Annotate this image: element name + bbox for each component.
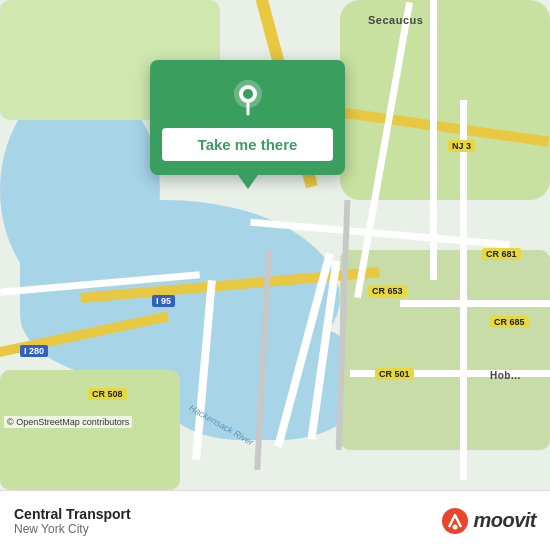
svg-point-3 [442, 508, 468, 534]
moovit-logo: moovit [441, 507, 536, 535]
popup-card: Take me there [150, 60, 345, 175]
svg-point-4 [453, 524, 458, 529]
location-city: New York City [14, 522, 131, 536]
location-info: Central Transport New York City [14, 506, 131, 536]
road-label-i95-2: I 95 [152, 295, 175, 307]
green-area-3 [340, 250, 550, 450]
location-name: Central Transport [14, 506, 131, 522]
moovit-logo-icon [441, 507, 469, 535]
map-container[interactable]: Secaucus Hob... I 95 I 95 I 280 NJ 3 CR … [0, 0, 550, 490]
location-pin-icon [226, 76, 270, 120]
road-label-cr508: CR 508 [88, 388, 127, 400]
svg-point-2 [243, 89, 253, 99]
road-label-nj3: NJ 3 [448, 140, 475, 152]
osm-attribution: © OpenStreetMap contributors [4, 416, 132, 428]
city-label-hoboken: Hob... [490, 370, 521, 381]
moovit-logo-text: moovit [473, 509, 536, 532]
road-label-cr681: CR 681 [482, 248, 521, 260]
bottom-bar: Central Transport New York City moovit [0, 490, 550, 550]
take-me-there-button[interactable]: Take me there [162, 128, 333, 161]
road-6 [430, 0, 437, 280]
road-label-cr501: CR 501 [375, 368, 414, 380]
green-area-1 [340, 0, 550, 200]
road-8 [400, 300, 550, 307]
road-label-cr685: CR 685 [490, 316, 529, 328]
city-label-secaucus: Secaucus [368, 14, 423, 26]
road-label-cr653: CR 653 [368, 285, 407, 297]
road-label-i280: I 280 [20, 345, 48, 357]
road-7 [460, 100, 467, 480]
